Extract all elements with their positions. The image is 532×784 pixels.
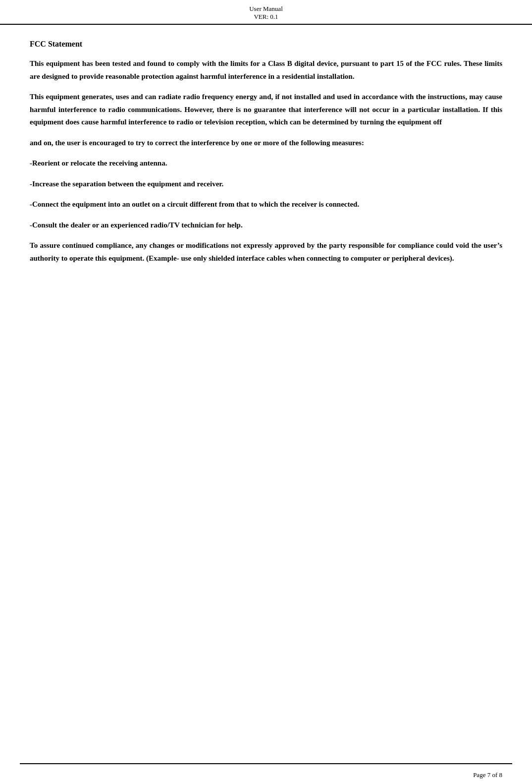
page-content: FCC Statement This equipment has been te… [0, 25, 532, 302]
bullet-consult: -Consult the dealer or an experienced ra… [30, 219, 502, 232]
page-header: User Manual VER: 0.1 [0, 0, 532, 25]
bullet-increase: -Increase the separation between the equ… [30, 178, 502, 191]
paragraph-1: This equipment has been tested and found… [30, 57, 502, 83]
fcc-statement-title: FCC Statement [30, 40, 502, 49]
page-container: User Manual VER: 0.1 FCC Statement This … [0, 0, 532, 784]
header-version: VER: 0.1 [0, 13, 532, 21]
paragraph-2: This equipment generates, uses and can r… [30, 91, 502, 129]
footer-border [20, 763, 512, 764]
paragraph-compliance: To assure continued compliance, any chan… [30, 239, 502, 265]
bullet-reorient: -Reorient or relocate the receiving ante… [30, 157, 502, 170]
paragraph-3: and on, the user is encouraged to try to… [30, 137, 502, 150]
header-title: User Manual [0, 5, 532, 13]
page-footer: Page 7 of 8 [473, 771, 502, 779]
bullet-connect: -Connect the equipment into an outlet on… [30, 198, 502, 211]
